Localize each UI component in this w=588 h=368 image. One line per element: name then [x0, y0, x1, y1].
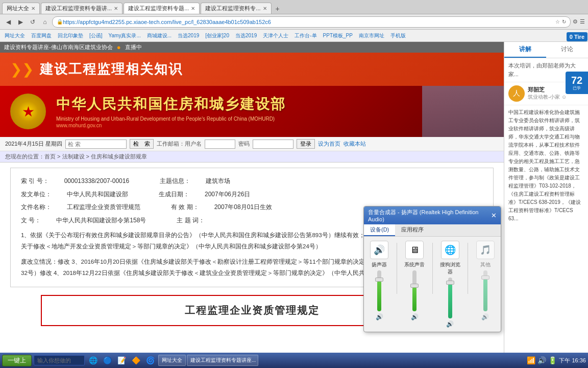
- ministry-banner: ★ 中华人民共和国住房和城乡建设部 Ministry of Housing an…: [0, 86, 504, 137]
- sidebar-bio: 中国工程建设标准化协会建筑施工专业委员会软件精讲讲师，筑业软件精讲讲师，筑业高级…: [504, 105, 588, 368]
- taskbar-app-1[interactable]: 网址大全: [158, 355, 186, 366]
- tab-2[interactable]: 建设工程监理资料专题讲... ✕: [41, 3, 122, 14]
- bookmark-3[interactable]: 回北印象垫: [56, 32, 85, 40]
- bookmark-7[interactable]: 当选2019: [176, 32, 201, 40]
- issuer-label: 发文单位：: [21, 189, 52, 200]
- star-icon[interactable]: ☆: [555, 19, 560, 25]
- other-vol-handle[interactable]: [481, 275, 489, 280]
- speaker-vol-handle[interactable]: [375, 278, 383, 282]
- taskbar-app-2[interactable]: 建设工程监理资料专题讲座...: [187, 355, 258, 366]
- speaker-vol-fill: [377, 281, 381, 311]
- divider-3: [468, 243, 468, 294]
- bookmark-13[interactable]: 南京市网址: [357, 32, 386, 40]
- speaker-label: 扬声器: [372, 261, 387, 268]
- subject-value: 建筑市场: [206, 176, 230, 187]
- center-title-text: 工程监理企业资质管理规定: [185, 305, 320, 316]
- bookmark-site-link[interactable]: 收藏本站: [344, 140, 366, 148]
- audio-tabs: 设备(D) 应用程序: [364, 224, 501, 237]
- back-button[interactable]: ◀: [3, 17, 13, 27]
- home-button[interactable]: ⌂: [40, 17, 50, 27]
- valid-period-label: 有 效 期：: [171, 202, 199, 213]
- other-icon: 🎵: [476, 241, 495, 259]
- mailbox-input[interactable]: [205, 140, 235, 149]
- user-role: 筑业动教-小家 ☺: [528, 94, 567, 101]
- other-mute-button[interactable]: 🔊: [481, 313, 489, 320]
- tray-battery-icon[interactable]: 🔋: [548, 356, 557, 364]
- system-icon: 🖥: [405, 241, 424, 259]
- ministry-name-cn: 中华人民共和国住房和城乡建设部: [56, 95, 286, 114]
- bookmark-14[interactable]: 手机版: [389, 32, 407, 40]
- taskbar-icon-5[interactable]: 🌀: [144, 354, 156, 366]
- system-mute-button[interactable]: 🔊: [411, 313, 419, 320]
- user-info: 郑韶芝 筑业动教-小家 ☺: [528, 86, 567, 101]
- tab-1[interactable]: 网址大全 ✕: [2, 3, 40, 14]
- doc-name-label: 文件名称：: [21, 202, 52, 213]
- breadcrumb-text: 您现在的位置：首页 > 法制建设 > 住房和城乡建设部规章: [5, 153, 147, 159]
- system-vol-handle[interactable]: [410, 284, 419, 288]
- live-dot: ●: [117, 43, 121, 51]
- ministry-building-decoration: [422, 86, 504, 137]
- taskbar-icon-3[interactable]: 📝: [115, 354, 128, 366]
- audio-tab-device[interactable]: 设备(D): [364, 224, 395, 236]
- audio-close-button[interactable]: ✕: [491, 212, 497, 219]
- sogou-icon: 🌐: [441, 241, 459, 259]
- bookmark-9[interactable]: 当选2019: [234, 32, 258, 40]
- settings-icon[interactable]: ⚙: [573, 18, 578, 25]
- new-tab-button[interactable]: +: [273, 4, 283, 14]
- doc-no-label: 文 号：: [21, 215, 41, 226]
- taskbar: 一键上 🌐 🔵 📝 🔶 🌀 网址大全 建设工程监理资料专题讲座... 📶 🔊 🔋…: [0, 353, 588, 368]
- header-arrow-icon: ❯❯: [10, 61, 34, 78]
- bookmark-4[interactable]: [公函]: [88, 32, 104, 40]
- tab-1-close[interactable]: ✕: [31, 6, 35, 11]
- bookmark-5[interactable]: Yamy真实录...: [107, 32, 142, 40]
- lock-icon: 🔒: [57, 19, 63, 25]
- doc-row-ref: 索 引 号： 000013338/2007-00016 主题信息： 建筑市场: [21, 176, 483, 187]
- sogou-vol-handle[interactable]: [446, 281, 454, 285]
- password-input[interactable]: [253, 140, 293, 149]
- search-input[interactable]: [65, 140, 127, 149]
- audio-channel-sogou: 🌐 搜狗浏览器 🔊: [438, 241, 461, 328]
- forward-button[interactable]: ▶: [15, 17, 26, 27]
- speaker-mute-button[interactable]: 🔊: [376, 313, 383, 320]
- badge-label: 已学: [573, 85, 581, 91]
- bookmark-10[interactable]: 天津个人士: [261, 32, 290, 40]
- taskbar-icon-4[interactable]: 🔶: [130, 354, 142, 366]
- other-slider-container: [481, 270, 489, 311]
- mailbox-label: 工作邮箱：用户名: [157, 140, 202, 148]
- sidebar-tab-lecture[interactable]: 讲解: [504, 42, 546, 58]
- refresh-button[interactable]: ↺: [28, 17, 38, 27]
- address-text[interactable]: https://appfctgu4md2255.pc.xiaoe-tech.co…: [63, 19, 555, 25]
- taskbar-search-input[interactable]: [34, 355, 85, 365]
- bookmark-baidu[interactable]: 百度网盘: [30, 32, 53, 40]
- tab-4-close[interactable]: ✕: [263, 6, 267, 11]
- refresh-icon[interactable]: ↻: [562, 19, 566, 25]
- tab-4[interactable]: 建设工程监理资料专... ✕: [201, 3, 271, 14]
- tray-network-icon[interactable]: 📶: [527, 356, 535, 364]
- other-vol-bar: [483, 270, 487, 311]
- start-button[interactable]: 一键上: [2, 355, 32, 366]
- bookmark-8[interactable]: [创业家]20: [204, 32, 231, 40]
- taskbar-icon-2[interactable]: 🔵: [101, 354, 113, 366]
- bookmark-6[interactable]: 商城建设...: [145, 32, 173, 40]
- tab-3[interactable]: 建设工程监理资料专题... ✕: [124, 3, 200, 14]
- login-button[interactable]: 登录: [297, 139, 315, 149]
- tire-badge: 0 Tire: [567, 32, 587, 41]
- bookmark-11[interactable]: 工作台-单: [293, 32, 318, 40]
- menu-icon[interactable]: ☰: [580, 18, 585, 25]
- sogou-mute-button[interactable]: 🔊: [446, 320, 454, 328]
- user-avatar: 人: [508, 85, 525, 102]
- tab-3-close[interactable]: ✕: [191, 6, 195, 11]
- audio-mixer-overlay: 音量合成器 - 扬声器 (Realtek High Definition Aud…: [363, 206, 501, 332]
- tab-2-close[interactable]: ✕: [114, 6, 118, 11]
- live-bar: 建设资料专题讲座-佛山市南海区建筑业协会 ● 直播中: [0, 42, 504, 53]
- doc-no-value: 中华人民共和国建设部令第158号: [56, 215, 146, 226]
- audio-channels: 🔊 扬声器 🔊 🖥 系统声音: [364, 237, 501, 332]
- search-button[interactable]: 检 索: [130, 139, 154, 149]
- set-home-link[interactable]: 设为首页: [318, 140, 340, 148]
- audio-tab-apps[interactable]: 应用程序: [395, 224, 430, 236]
- tray-volume-icon[interactable]: 🔊: [537, 356, 546, 364]
- taskbar-icon-1[interactable]: 🌐: [87, 354, 99, 366]
- sidebar-tab-discussion[interactable]: 讨论: [546, 42, 588, 58]
- bookmark-wangzhi[interactable]: 网址大全: [3, 32, 27, 40]
- bookmark-12[interactable]: PPT模板_PP: [322, 32, 354, 40]
